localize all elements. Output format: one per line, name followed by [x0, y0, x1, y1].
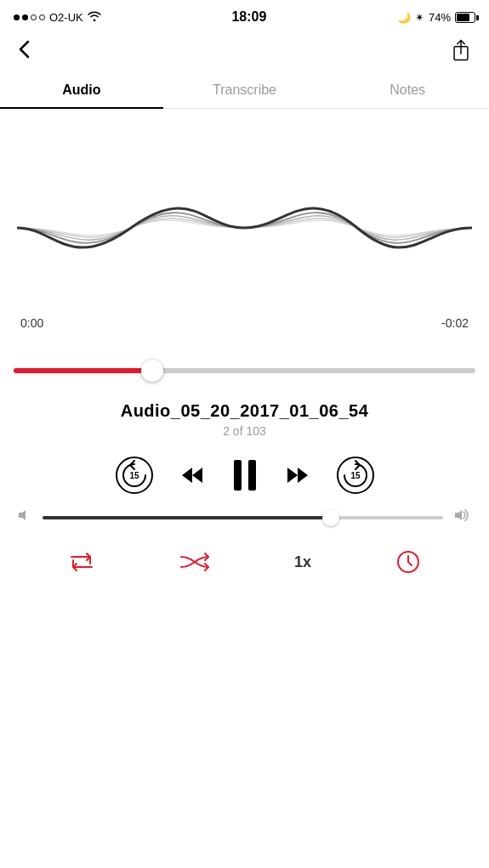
- status-left: O2-UK: [14, 11, 101, 24]
- time-start: 0:00: [20, 316, 43, 330]
- skip-forward-button[interactable]: [284, 461, 313, 490]
- speed-button[interactable]: 1x: [294, 553, 311, 571]
- time-end: -0:02: [441, 316, 469, 330]
- share-button[interactable]: [446, 36, 475, 67]
- rewind-15-icon: 15: [116, 457, 153, 494]
- svg-marker-2: [182, 468, 192, 483]
- tab-transcribe[interactable]: Transcribe: [163, 71, 327, 108]
- forward-15-icon: 15: [337, 457, 374, 494]
- skip-back-button[interactable]: [177, 461, 206, 490]
- volume-low-icon: [17, 508, 32, 527]
- audio-title-section: Audio_05_20_2017_01_06_54 2 of 103: [0, 401, 489, 438]
- audio-title: Audio_05_20_2017_01_06_54: [0, 401, 489, 421]
- battery-fill: [457, 14, 469, 21]
- signal-dot-1: [14, 14, 20, 20]
- history-button[interactable]: [395, 549, 421, 575]
- signal-dot-3: [31, 14, 37, 20]
- transport-controls: 15 15: [0, 457, 489, 494]
- speed-label: 1x: [294, 553, 311, 571]
- svg-text:15: 15: [350, 471, 361, 480]
- playback-track[interactable]: [14, 368, 475, 373]
- volume-row: [0, 494, 489, 527]
- waveform-svg: [17, 143, 472, 313]
- battery-icon: [455, 12, 475, 23]
- volume-track[interactable]: [43, 516, 443, 519]
- forward-15-button[interactable]: 15: [337, 457, 374, 494]
- tab-audio[interactable]: Audio: [0, 71, 163, 108]
- status-bar: O2-UK 18:09 🌙 ✴ 74%: [0, 0, 489, 31]
- rewind-15-button[interactable]: 15: [116, 457, 153, 494]
- playback-fill: [14, 368, 152, 373]
- svg-marker-8: [455, 510, 462, 520]
- nav-bar: [0, 31, 489, 71]
- pause-icon: [230, 457, 260, 494]
- bluetooth-icon: ✴: [415, 11, 424, 24]
- svg-marker-7: [19, 510, 26, 520]
- back-button[interactable]: [14, 38, 36, 64]
- bottom-controls: 1x: [0, 534, 489, 575]
- wifi-icon: [88, 11, 101, 24]
- volume-thumb[interactable]: [322, 509, 339, 526]
- pause-bar-left: [234, 460, 242, 491]
- volume-fill: [43, 516, 331, 519]
- svg-text:15: 15: [129, 471, 139, 480]
- status-right: 🌙 ✴ 74%: [397, 11, 475, 24]
- svg-marker-4: [287, 468, 298, 483]
- shuffle-button[interactable]: [179, 550, 210, 574]
- signal-dot-2: [22, 14, 28, 20]
- battery-percentage: 74%: [429, 11, 451, 24]
- svg-marker-3: [192, 468, 202, 483]
- tab-notes[interactable]: Notes: [326, 71, 489, 108]
- waveform-area: 0:00 -0:02: [0, 109, 489, 347]
- pause-bar-right: [248, 460, 256, 491]
- time-display: 18:09: [231, 9, 266, 25]
- carrier-label: O2-UK: [49, 11, 83, 24]
- audio-subtitle: 2 of 103: [0, 424, 489, 438]
- svg-marker-5: [298, 468, 308, 483]
- moon-icon: 🌙: [397, 11, 411, 24]
- signal-dot-4: [39, 14, 45, 20]
- pause-button[interactable]: [230, 457, 260, 494]
- playback-thumb[interactable]: [141, 360, 163, 382]
- signal-dots: [14, 14, 45, 20]
- playback-slider-container[interactable]: [0, 355, 489, 386]
- repeat-button[interactable]: [68, 550, 95, 574]
- volume-high-icon: [453, 508, 472, 527]
- tabs: Audio Transcribe Notes: [0, 71, 489, 109]
